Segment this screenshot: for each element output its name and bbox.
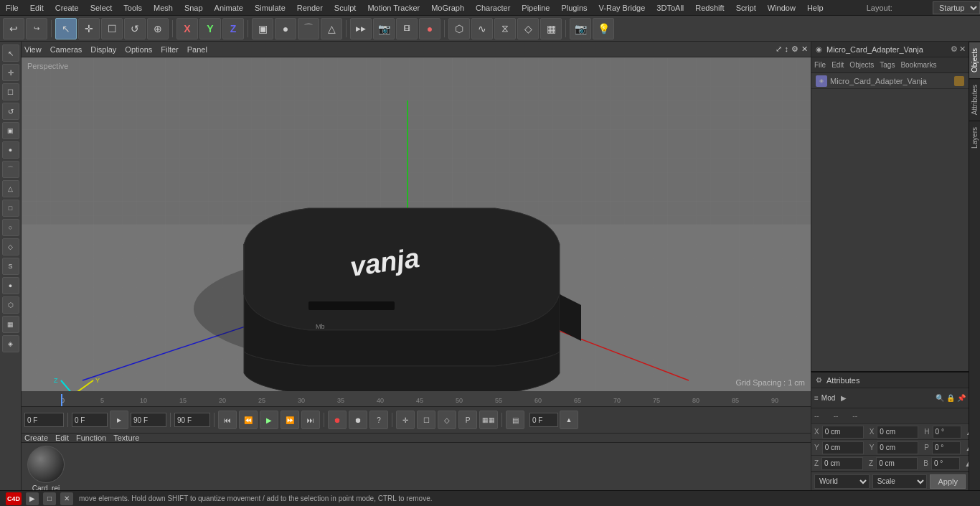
side-tab-objects[interactable]: Objects — [969, 42, 980, 78]
go-end-btn[interactable]: ⏭ — [301, 411, 320, 429]
menu-item-window[interactable]: Window — [762, 2, 801, 14]
side-tab-layers[interactable]: Layers — [969, 121, 980, 154]
material-ball[interactable] — [27, 446, 65, 483]
viewport-menu-panel[interactable]: Panel — [187, 45, 207, 54]
left-hex-btn[interactable]: ⬡ — [2, 296, 19, 314]
left-select-btn[interactable]: ↖ — [2, 44, 19, 62]
obj-mgr-objects[interactable]: Objects — [849, 61, 874, 69]
obj-tag-mat[interactable] — [954, 76, 964, 86]
scale-tool-button[interactable]: ☐ — [101, 18, 123, 39]
end-frame-input[interactable] — [174, 413, 210, 427]
left-rotate-btn[interactable]: ↺ — [2, 103, 19, 120]
menu-item-plugins[interactable]: Plugins — [555, 2, 593, 14]
menu-item-tools[interactable]: Tools — [118, 2, 148, 14]
status-stop-icon[interactable]: □ — [43, 492, 56, 505]
attr-mod-search[interactable]: 🔍 — [936, 394, 944, 402]
left-s-btn[interactable]: S — [2, 258, 19, 275]
menu-item-render[interactable]: Render — [291, 2, 329, 14]
attr-y-val2[interactable] — [877, 441, 918, 454]
obj-mgr-bookmarks[interactable]: Bookmarks — [900, 61, 936, 69]
tl-layout-btn[interactable]: ▤ — [506, 411, 524, 429]
move-tool-button[interactable]: ✛ — [78, 18, 100, 39]
light-button[interactable]: 💡 — [593, 18, 614, 39]
material-slot[interactable]: Card_rei — [27, 446, 65, 490]
left-poly-btn[interactable]: △ — [2, 180, 19, 197]
left-box-btn[interactable]: □ — [2, 200, 19, 217]
menu-item-file[interactable]: File — [0, 2, 24, 14]
attr-y-val1[interactable] — [822, 441, 864, 454]
menu-item-mesh[interactable]: Mesh — [148, 2, 179, 14]
record-active-btn[interactable]: ⏺ — [328, 411, 347, 429]
mat-menu-function[interactable]: Function — [76, 434, 106, 442]
menu-item-motion-tracker[interactable]: Motion Tracker — [362, 2, 425, 14]
menu-item-redshift[interactable]: Redshift — [689, 2, 730, 14]
camera-button[interactable]: 📷 — [570, 18, 591, 39]
x-axis-button[interactable]: X — [176, 18, 198, 39]
3d-viewport[interactable]: Y X Z vanja — [22, 57, 811, 391]
z-axis-button[interactable]: Z — [222, 18, 244, 39]
mat-menu-edit[interactable]: Edit — [55, 434, 69, 442]
tl-autokey-btn[interactable]: P — [458, 411, 477, 429]
attr-mod-arrow[interactable]: ▶ — [841, 394, 847, 402]
menu-item-character[interactable]: Character — [470, 2, 516, 14]
left-move-btn[interactable]: ✛ — [2, 64, 19, 81]
layout-select[interactable]: Startup — [933, 1, 980, 14]
obj-mgr-edit[interactable]: Edit — [831, 61, 844, 69]
frame-advance-btn[interactable]: ▶ — [110, 411, 128, 429]
menu-item-edit[interactable]: Edit — [24, 2, 50, 14]
mat-menu-create[interactable]: Create — [24, 434, 48, 442]
scale-dropdown[interactable]: Scale — [872, 474, 928, 489]
menu-item-simulate[interactable]: Simulate — [249, 2, 291, 14]
viewport-icon-1[interactable]: ⤢ — [776, 44, 782, 54]
left-sphere-btn[interactable]: ○ — [2, 219, 19, 236]
attr-mod-pin[interactable]: 📌 — [957, 394, 966, 402]
left-scale-btn[interactable]: ☐ — [2, 83, 19, 100]
attr-z-val2[interactable] — [876, 457, 918, 470]
attr-p-val[interactable] — [932, 441, 961, 454]
side-tab-attributes[interactable]: Attributes — [969, 78, 980, 121]
obj-manager-icon-1[interactable]: ⚙ — [951, 44, 958, 54]
generator-button[interactable]: ⧖ — [494, 18, 516, 39]
menu-item-help[interactable]: Help — [801, 2, 829, 14]
status-close-icon[interactable]: ✕ — [60, 492, 73, 505]
left-obj-btn[interactable]: ▣ — [2, 122, 19, 139]
attr-x-val2[interactable] — [877, 426, 918, 439]
rotate-tool-button[interactable]: ↺ — [124, 18, 146, 39]
record-auto-btn[interactable]: ⏺ — [349, 411, 367, 429]
menu-item-snap[interactable]: Snap — [179, 2, 209, 14]
tl-scale-btn[interactable]: ☐ — [417, 411, 435, 429]
left-ed-btn[interactable]: ⌒ — [2, 161, 19, 178]
tl-keyframe-btn[interactable]: ◇ — [438, 411, 456, 429]
spline-button[interactable]: ∿ — [471, 18, 493, 39]
viewport-menu-options[interactable]: Options — [125, 45, 152, 54]
render-button[interactable]: 📷 — [373, 18, 395, 39]
attr-x-val1[interactable] — [822, 426, 864, 439]
current-frame-input[interactable] — [24, 413, 64, 427]
viewport-icon-3[interactable]: ⚙ — [791, 44, 798, 54]
object-mode-button[interactable]: ▣ — [252, 18, 273, 39]
record-help-btn[interactable]: ? — [369, 411, 388, 429]
attr-z-val1[interactable] — [821, 457, 863, 470]
viewport-icon-4[interactable]: ✕ — [801, 44, 808, 54]
obj-mgr-tags[interactable]: Tags — [880, 61, 895, 69]
left-spline-btn[interactable]: ◇ — [2, 238, 19, 256]
cinema4d-icon[interactable]: C4D — [6, 492, 22, 505]
menu-item-3dtoall[interactable]: 3DToAll — [651, 2, 689, 14]
left-paint-btn[interactable]: ● — [2, 277, 19, 294]
viewport-icon-2[interactable]: ↕ — [785, 44, 789, 54]
menu-item-script[interactable]: Script — [730, 2, 762, 14]
left-snap-btn[interactable]: ◈ — [2, 335, 19, 352]
select-tool-button[interactable]: ↖ — [55, 18, 77, 39]
render-region-button[interactable]: ▶▶ — [350, 18, 372, 39]
object-button[interactable]: ⬡ — [448, 18, 470, 39]
status-play-icon[interactable]: ▶ — [26, 492, 39, 505]
viewport-menu-filter[interactable]: Filter — [161, 45, 178, 54]
attr-b-val[interactable] — [931, 457, 960, 470]
menu-item-mograph[interactable]: MoGraph — [425, 2, 470, 14]
obj-manager-icon-2[interactable]: ✕ — [959, 44, 966, 54]
attr-mod-lock[interactable]: 🔒 — [946, 394, 955, 402]
redo-button[interactable]: ↪ — [26, 18, 47, 39]
render-to-picture[interactable]: 🎞 — [396, 18, 418, 39]
poly-mode-button[interactable]: △ — [321, 18, 342, 39]
world-dropdown[interactable]: World — [814, 474, 870, 489]
